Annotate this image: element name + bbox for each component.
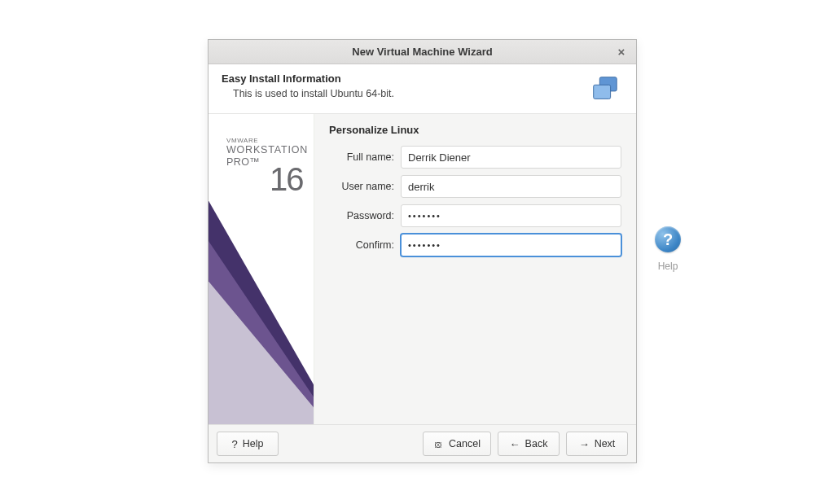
floating-help-label: Help — [648, 261, 687, 272]
form-area: Personalize Linux Full name: User name: … — [314, 114, 636, 424]
svg-rect-1 — [594, 85, 611, 99]
chevron-right-icon: → — [579, 439, 590, 449]
wizard-dialog: New Virtual Machine Wizard × Easy Instal… — [208, 39, 637, 463]
brand-version: 16 — [270, 161, 303, 198]
username-label: User name: — [329, 181, 394, 192]
floating-help: ? Help — [648, 226, 687, 272]
back-button[interactable]: ← Back — [498, 432, 560, 456]
fields: Full name: User name: Password: Confirm: — [329, 146, 621, 256]
fullname-label: Full name: — [329, 151, 394, 163]
help-button-label: Help — [243, 438, 264, 449]
decor-triangle — [208, 279, 314, 424]
header-heading: Easy Install Information — [222, 72, 394, 85]
branding-sidebar: VMWARE WORKSTATION PRO™ 16 — [208, 114, 314, 424]
password-label: Password: — [329, 210, 394, 221]
brand-product1: WORKSTATION — [226, 144, 308, 156]
cancel-icon: ⦻ — [433, 439, 444, 449]
brand-company: VMWARE — [226, 137, 308, 144]
close-icon[interactable]: × — [613, 44, 630, 60]
back-button-label: Back — [525, 438, 548, 449]
next-button-label: Next — [595, 438, 616, 449]
body: VMWARE WORKSTATION PRO™ 16 Personalize L… — [208, 114, 636, 424]
window-title: New Virtual Machine Wizard — [352, 46, 492, 58]
header: Easy Install Information This is used to… — [208, 64, 636, 114]
vm-boxes-icon — [589, 74, 620, 105]
cancel-button-label: Cancel — [449, 438, 481, 449]
help-balloon-icon[interactable]: ? — [655, 226, 681, 252]
chevron-left-icon: ← — [510, 439, 520, 449]
password-input[interactable] — [401, 204, 621, 227]
header-text: Easy Install Information This is used to… — [222, 72, 394, 99]
header-subtext: This is used to install Ubuntu 64-bit. — [222, 88, 394, 99]
cancel-button[interactable]: ⦻ Cancel — [423, 432, 491, 456]
help-icon: ? — [232, 439, 238, 449]
username-input[interactable] — [401, 175, 621, 198]
fullname-input[interactable] — [401, 146, 621, 169]
confirm-input[interactable] — [401, 234, 621, 256]
next-button[interactable]: → Next — [566, 432, 628, 456]
help-button[interactable]: ? Help — [217, 432, 279, 456]
footer: ? Help ⦻ Cancel ← Back → Next — [208, 424, 636, 462]
confirm-label: Confirm: — [329, 239, 394, 251]
form-title: Personalize Linux — [329, 124, 621, 136]
titlebar[interactable]: New Virtual Machine Wizard × — [208, 40, 636, 64]
